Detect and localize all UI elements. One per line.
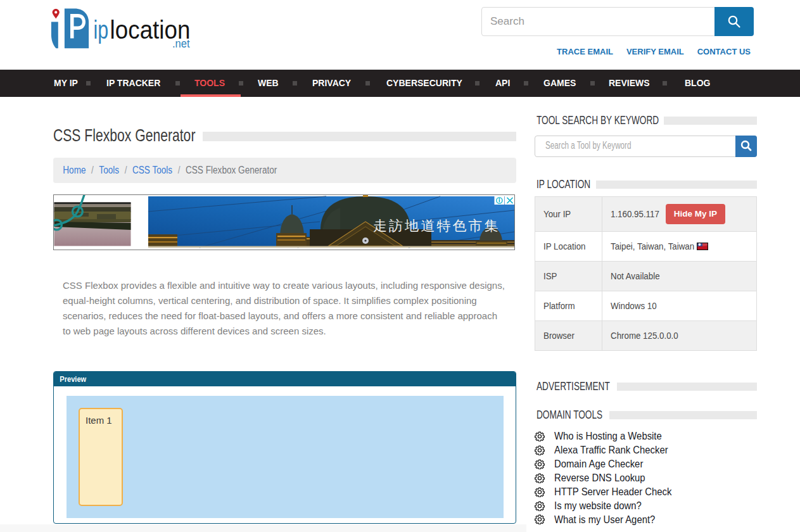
svg-text:走訪地道特色市集: 走訪地道特色市集 (373, 218, 500, 234)
svg-text:ip: ip (93, 16, 108, 44)
